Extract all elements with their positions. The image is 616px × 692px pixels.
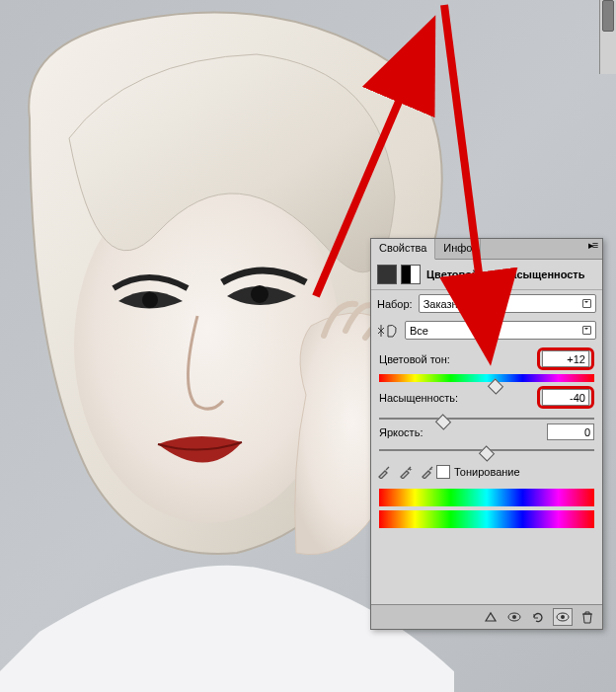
hue-group: Цветовой тон:	[371, 344, 602, 382]
lightness-slider[interactable]	[379, 449, 594, 451]
preset-label: Набор:	[377, 298, 413, 310]
eyedropper-group: + -	[377, 465, 436, 479]
preset-value: Заказная	[424, 298, 470, 310]
hue-input[interactable]	[542, 350, 589, 367]
mask-icon[interactable]	[401, 265, 421, 284]
saturation-group: Насыщенность:	[371, 382, 602, 420]
svg-point-8	[561, 615, 565, 619]
panel-tabs: Свойства Инфо ▸≡	[371, 239, 602, 260]
saturation-slider[interactable]	[379, 418, 594, 420]
adjustment-header: Цветовой тон/Насыщенность	[371, 260, 602, 290]
eyedropper-icon[interactable]	[377, 465, 391, 479]
properties-panel: Свойства Инфо ▸≡ Цветовой тон/Насыщеннос…	[370, 238, 603, 630]
visibility-toggle-icon[interactable]	[553, 608, 573, 626]
chevron-down-icon	[582, 326, 591, 335]
saturation-label: Насыщенность:	[379, 392, 458, 404]
visibility-icon[interactable]	[505, 609, 523, 625]
saturation-input[interactable]	[542, 389, 589, 406]
trash-icon[interactable]	[578, 609, 596, 625]
colorize-row: + - Тонирование	[371, 461, 602, 483]
channel-row: Все	[371, 317, 602, 344]
lightness-group: Яркость:	[371, 420, 602, 451]
lightness-label: Яркость:	[379, 426, 423, 438]
tab-info[interactable]: Инфо	[435, 239, 481, 259]
clip-icon[interactable]	[482, 609, 500, 625]
svg-point-2	[251, 285, 269, 303]
panel-menu-icon[interactable]: ▸≡	[582, 239, 602, 259]
channel-dropdown[interactable]: Все	[405, 321, 596, 340]
svg-point-1	[142, 292, 158, 308]
hue-slider[interactable]	[379, 374, 594, 382]
vertical-scrollbar[interactable]	[599, 0, 616, 74]
svg-text:+: +	[409, 466, 413, 472]
colorize-checkbox[interactable]	[436, 465, 450, 479]
adjustment-title: Цветовой тон/Насыщенность	[426, 269, 585, 280]
saturation-value-highlight	[537, 386, 594, 409]
colorize-label: Тонирование	[454, 466, 520, 478]
adjustment-icon	[377, 265, 397, 284]
lightness-input[interactable]	[547, 423, 594, 440]
hue-label: Цветовой тон:	[379, 353, 450, 365]
channel-value: Все	[410, 325, 428, 337]
lightness-slider-knob[interactable]	[479, 445, 495, 461]
canvas-background: Свойства Инфо ▸≡ Цветовой тон/Насыщеннос…	[0, 0, 616, 692]
reset-icon[interactable]	[529, 609, 547, 625]
svg-text:-: -	[430, 466, 432, 472]
tab-properties[interactable]: Свойства	[371, 239, 435, 260]
spectrum-bottom	[379, 510, 594, 528]
spectrum-top	[379, 489, 594, 506]
preset-dropdown[interactable]: Заказная	[419, 294, 596, 313]
svg-point-6	[512, 615, 516, 619]
chevron-down-icon	[582, 299, 591, 308]
preset-row: Набор: Заказная	[371, 290, 602, 317]
eyedropper-plus-icon[interactable]: +	[399, 465, 413, 479]
panel-footer	[371, 604, 602, 629]
targeted-adjust-icon[interactable]	[377, 322, 399, 340]
hue-value-highlight	[537, 347, 594, 370]
eyedropper-minus-icon[interactable]: -	[421, 465, 434, 479]
